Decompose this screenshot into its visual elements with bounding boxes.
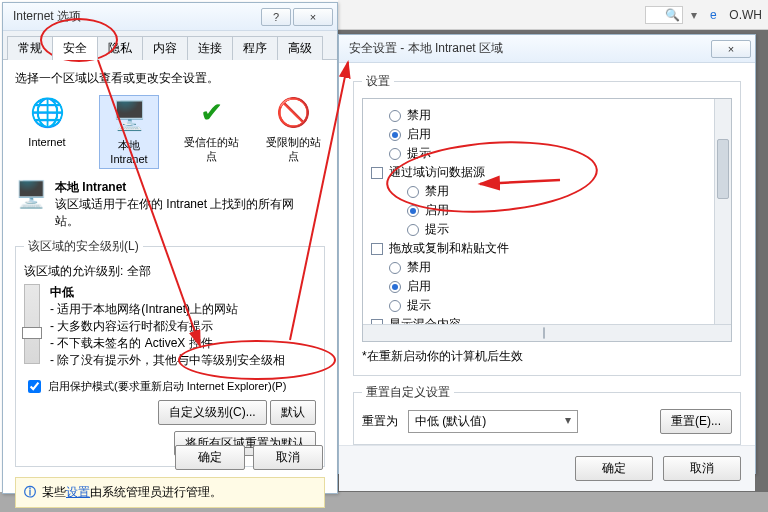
- security-settings-title: 安全设置 - 本地 Intranet 区域: [343, 40, 709, 57]
- settings-radio[interactable]: 提示: [389, 145, 723, 162]
- tab-content[interactable]: 内容: [142, 36, 188, 60]
- cancel-button[interactable]: 取消: [253, 445, 323, 470]
- tab-general[interactable]: 常规: [7, 36, 53, 60]
- browser-tab-text: O.WH: [729, 8, 762, 22]
- level-bullet: - 大多数内容运行时都没有提示: [50, 318, 316, 335]
- custom-level-button[interactable]: 自定义级别(C)...: [158, 400, 267, 425]
- settings-radio[interactable]: 禁用: [389, 107, 723, 124]
- reset-label: 重置为: [362, 413, 398, 430]
- settings-radio[interactable]: 启用: [389, 126, 723, 143]
- dropdown-icon[interactable]: ▾: [691, 8, 697, 22]
- zone-description-row: 🖥️ 本地 Intranet 该区域适用于在你的 Intranet 上找到的所有…: [15, 179, 325, 230]
- radio-dot-icon: [407, 205, 419, 217]
- check-icon: ✔: [193, 95, 229, 131]
- item-label: 启用: [425, 202, 449, 219]
- tab-privacy[interactable]: 隐私: [97, 36, 143, 60]
- scroll-thumb[interactable]: [543, 327, 545, 339]
- settings-radio[interactable]: 启用: [389, 278, 723, 295]
- category-icon: [371, 167, 383, 179]
- zone-desc: 该区域适用于在你的 Intranet 上找到的所有网站。: [55, 196, 295, 230]
- security-settings-titlebar: 安全设置 - 本地 Intranet 区域 ×: [339, 35, 755, 63]
- ok-button[interactable]: 确定: [175, 445, 245, 470]
- level-bullet: - 适用于本地网络(Intranet)上的网站: [50, 301, 316, 318]
- tab-programs[interactable]: 程序: [232, 36, 278, 60]
- ok-button[interactable]: 确定: [575, 456, 653, 481]
- zone-prompt: 选择一个区域以查看或更改安全设置。: [15, 70, 325, 87]
- item-label: 禁用: [407, 107, 431, 124]
- reset-button[interactable]: 重置(E)...: [660, 409, 732, 434]
- settings-radio[interactable]: 禁用: [407, 183, 723, 200]
- intranet-large-icon: 🖥️: [15, 179, 47, 210]
- radio-dot-icon: [389, 148, 401, 160]
- help-button[interactable]: ?: [261, 8, 291, 26]
- info-bar: ⓘ 某些设置由系统管理员进行管理。: [15, 477, 325, 508]
- restricted-icon: 🚫: [275, 95, 311, 131]
- radio-dot-icon: [389, 262, 401, 274]
- radio-dot-icon: [389, 300, 401, 312]
- zone-restricted[interactable]: 🚫 受限制的站 点: [263, 95, 323, 169]
- intranet-icon: 🖥️: [111, 98, 147, 134]
- level-bullet: - 除了没有提示外，其他与中等级别安全级相: [50, 352, 316, 369]
- radio-dot-icon: [407, 186, 419, 198]
- item-label: 提示: [407, 297, 431, 314]
- cancel-button[interactable]: 取消: [663, 456, 741, 481]
- level-slider[interactable]: [24, 284, 40, 364]
- tab-security[interactable]: 安全: [52, 36, 98, 60]
- security-settings-window: 安全设置 - 本地 Intranet 区域 × 设置 禁用启用提示通过域访问数据…: [338, 34, 756, 474]
- vertical-scrollbar[interactable]: [714, 99, 731, 324]
- level-bullet: - 不下载未签名的 ActiveX 控件: [50, 335, 316, 352]
- settings-radio[interactable]: 禁用: [389, 259, 723, 276]
- zone-icon-list: 🌐 Internet 🖥️ 本地 Intranet ✔ 受信任的站 点 🚫 受限…: [17, 95, 323, 169]
- settings-radio[interactable]: 提示: [407, 221, 723, 238]
- settings-category: 拖放或复制和粘贴文件: [371, 240, 723, 257]
- settings-legend: 设置: [362, 73, 394, 90]
- scroll-thumb[interactable]: [717, 139, 729, 199]
- protected-mode-label: 启用保护模式(要求重新启动 Internet Explorer)(P): [48, 379, 286, 394]
- search-icon: 🔍: [665, 8, 680, 22]
- internet-options-body: 选择一个区域以查看或更改安全设置。 🌐 Internet 🖥️ 本地 Intra…: [3, 60, 337, 480]
- globe-icon: 🌐: [29, 95, 65, 131]
- item-label: 提示: [407, 145, 431, 162]
- item-label: 启用: [407, 126, 431, 143]
- search-box[interactable]: 🔍: [645, 6, 684, 24]
- allowed-levels: 该区域的允许级别: 全部: [24, 263, 316, 280]
- item-label: 禁用: [425, 183, 449, 200]
- tab-advanced[interactable]: 高级: [277, 36, 323, 60]
- internet-options-title: Internet 选项: [7, 8, 259, 25]
- reset-select[interactable]: 中低 (默认值): [408, 410, 578, 433]
- close-button[interactable]: ×: [711, 40, 751, 58]
- internet-options-titlebar: Internet 选项 ? ×: [3, 3, 337, 31]
- reset-group: 重置自定义设置 重置为 中低 (默认值) 重置(E)...: [353, 384, 741, 445]
- default-level-button[interactable]: 默认: [270, 400, 316, 425]
- zone-internet[interactable]: 🌐 Internet: [17, 95, 77, 169]
- protected-mode-checkbox[interactable]: [28, 380, 41, 393]
- restart-note: *在重新启动你的计算机后生效: [362, 348, 732, 365]
- radio-dot-icon: [389, 281, 401, 293]
- settings-radio[interactable]: 启用: [407, 202, 723, 219]
- settings-radio[interactable]: 提示: [389, 297, 723, 314]
- security-level-group: 该区域的安全级别(L) 该区域的允许级别: 全部 中低 - 适用于本地网络(In…: [15, 238, 325, 467]
- zone-intranet[interactable]: 🖥️ 本地 Intranet: [99, 95, 159, 169]
- settings-scrollarea: 禁用启用提示通过域访问数据源禁用启用提示拖放或复制和粘贴文件禁用启用提示显示混合…: [362, 98, 732, 342]
- ie-icon: e: [705, 7, 721, 23]
- item-label: 禁用: [407, 259, 431, 276]
- info-icon: ⓘ: [24, 484, 36, 501]
- info-link[interactable]: 设置: [66, 485, 90, 499]
- internet-options-tabs: 常规 安全 隐私 内容 连接 程序 高级: [3, 31, 337, 60]
- settings-group: 设置 禁用启用提示通过域访问数据源禁用启用提示拖放或复制和粘贴文件禁用启用提示显…: [353, 73, 741, 376]
- current-level: 中低: [50, 284, 316, 301]
- browser-toolbar: 🔍 ▾ e O.WH: [338, 0, 768, 30]
- reset-legend: 重置自定义设置: [362, 384, 454, 401]
- zone-trusted[interactable]: ✔ 受信任的站 点: [181, 95, 241, 169]
- horizontal-scrollbar[interactable]: [363, 324, 731, 341]
- close-button[interactable]: ×: [293, 8, 333, 26]
- internet-options-window: Internet 选项 ? × 常规 安全 隐私 内容 连接 程序 高级 选择一…: [2, 2, 338, 494]
- internet-options-buttons: 确定 取消: [175, 445, 323, 470]
- zone-name: 本地 Intranet: [55, 179, 295, 196]
- radio-dot-icon: [407, 224, 419, 236]
- item-label: 启用: [407, 278, 431, 295]
- item-label: 通过域访问数据源: [389, 164, 485, 181]
- radio-dot-icon: [389, 110, 401, 122]
- tab-connections[interactable]: 连接: [187, 36, 233, 60]
- category-icon: [371, 243, 383, 255]
